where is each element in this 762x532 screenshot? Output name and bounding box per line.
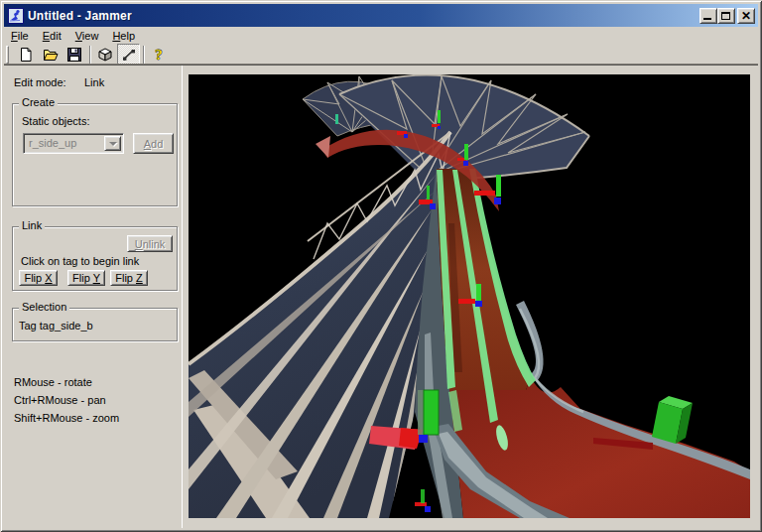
minimize-icon	[703, 18, 711, 20]
title-bar[interactable]: Untitled - Jammer ✕	[4, 4, 758, 27]
new-file-icon	[18, 47, 34, 63]
flip-x-button[interactable]: Flip X	[19, 270, 58, 286]
link-icon	[121, 47, 137, 63]
menu-file[interactable]: File	[4, 28, 36, 44]
menu-edit[interactable]: Edit	[36, 28, 68, 44]
close-button[interactable]: ✕	[737, 8, 755, 24]
scene-3d	[189, 74, 750, 518]
selection-value: Tag tag_side_b	[19, 320, 93, 332]
create-group: Create Static objects: r_side_up Add	[12, 103, 178, 206]
open-folder-icon	[43, 47, 59, 63]
menu-view[interactable]: View	[68, 28, 106, 44]
combobox-drop-button[interactable]	[104, 136, 121, 151]
help-line-pan: Ctrl+RMouse - pan	[14, 394, 106, 406]
new-button[interactable]	[14, 44, 37, 66]
menu-bar: File Edit View Help	[4, 27, 758, 45]
create-group-title: Create	[19, 96, 58, 108]
chevron-down-icon	[109, 142, 117, 150]
selection-group-title: Selection	[19, 301, 69, 313]
control-panel: Edit mode: Link Create Static objects: r…	[4, 66, 183, 528]
combobox-value: r_side_up	[29, 137, 76, 149]
help-icon: ?	[151, 47, 167, 63]
app-window: Untitled - Jammer ✕ File Edit View Help	[0, 0, 762, 532]
flip-z-button[interactable]: Flip Z	[110, 270, 148, 286]
window-title: Untitled - Jammer	[28, 9, 699, 23]
maximize-icon	[721, 12, 730, 20]
static-objects-label: Static objects:	[22, 115, 89, 127]
link-group: Link Unlink Click on tag to begin link F…	[12, 226, 178, 291]
edit-mode-label: Edit mode:	[14, 76, 66, 88]
maximize-button[interactable]	[717, 8, 735, 24]
edit-mode-value: Link	[84, 76, 104, 88]
minimize-button[interactable]	[699, 8, 717, 24]
toolbar: ?	[4, 45, 758, 65]
viewport-3d[interactable]	[189, 74, 750, 518]
selection-group: Selection Tag tag_side_b	[12, 308, 178, 341]
link-tool-button[interactable]	[117, 44, 140, 66]
open-button[interactable]	[39, 44, 62, 66]
help-line-zoom: Shift+RMouse - zoom	[14, 412, 119, 424]
static-objects-combobox[interactable]: r_side_up	[23, 133, 124, 154]
object-button[interactable]	[93, 44, 116, 66]
flip-y-button[interactable]: Flip Y	[67, 270, 105, 286]
save-button[interactable]	[63, 44, 85, 66]
toolbar-grip[interactable]	[6, 46, 9, 64]
add-button[interactable]: Add	[133, 133, 174, 154]
help-button[interactable]: ?	[147, 44, 170, 66]
toolbar-separator	[143, 46, 145, 64]
link-hint: Click on tag to begin link	[21, 255, 139, 267]
link-group-title: Link	[19, 219, 45, 231]
unlink-button[interactable]: Unlink	[127, 235, 173, 252]
menu-help[interactable]: Help	[105, 28, 142, 44]
toolbar-separator	[89, 46, 91, 64]
cube-icon	[97, 47, 113, 63]
svg-text:?: ?	[155, 47, 163, 63]
save-floppy-icon	[66, 47, 82, 63]
close-icon: ✕	[738, 9, 754, 23]
app-icon	[8, 8, 24, 24]
help-line-rotate: RMouse - rotate	[14, 376, 92, 388]
